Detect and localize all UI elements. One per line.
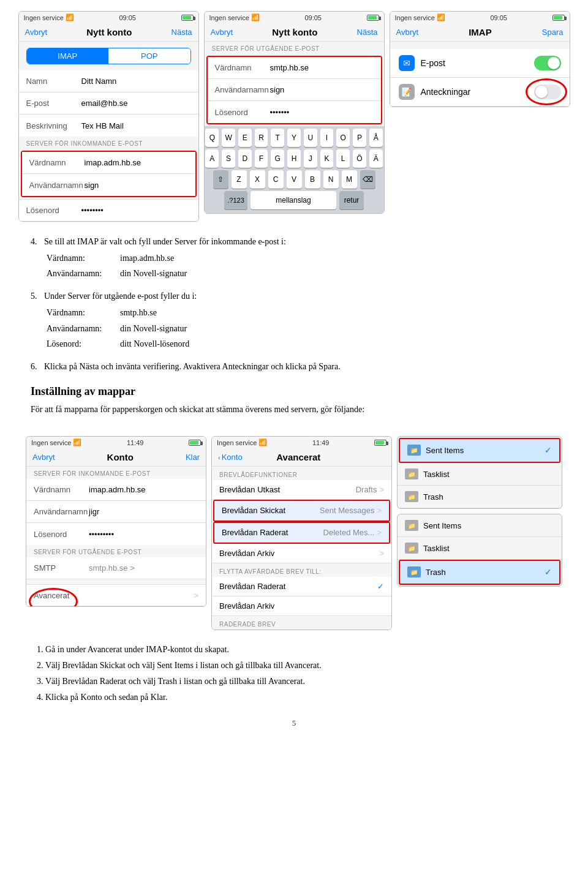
step-4-row-0: Värdnamn: imap.adm.hb.se bbox=[44, 250, 191, 266]
keyboard-row-1: Q W E R T Y U I O P Å bbox=[206, 129, 383, 147]
title-k: Konto bbox=[107, 452, 134, 462]
key-h[interactable]: H bbox=[287, 149, 301, 168]
key-o[interactable]: O bbox=[336, 129, 350, 147]
folder-label-tr-1: Trash bbox=[423, 492, 443, 502]
key-c[interactable]: C bbox=[268, 170, 284, 189]
key-num[interactable]: .?123 bbox=[224, 191, 247, 209]
k-avancerat-label: Avancerat bbox=[34, 591, 89, 600]
key-s[interactable]: S bbox=[222, 149, 235, 168]
next-button-2[interactable]: Nästa bbox=[357, 28, 378, 37]
label-vardnamn-in: Värdnamn bbox=[29, 158, 85, 167]
wifi-av: 📶 bbox=[258, 438, 267, 446]
time-av: 11:49 bbox=[312, 439, 330, 446]
step-4-key-0: Värdnamn: bbox=[44, 250, 118, 266]
nav-bar-3: Avbryt IMAP Spara bbox=[390, 23, 570, 42]
next-button-1[interactable]: Nästa bbox=[172, 28, 192, 37]
cancel-button-3[interactable]: Avbryt bbox=[396, 28, 419, 37]
av-arkiv-lbl: Brevlådan Arkiv bbox=[219, 549, 377, 558]
sl-k: Ingen service 📶 bbox=[31, 438, 81, 446]
form-row-epost: E-post email@hb.se bbox=[19, 92, 198, 115]
key-l[interactable]: L bbox=[336, 149, 350, 168]
key-r[interactable]: R bbox=[255, 129, 268, 147]
av-flytta-rad-lbl: Brevlådan Raderat bbox=[219, 582, 377, 591]
key-a[interactable]: A bbox=[205, 149, 219, 168]
key-y[interactable]: Y bbox=[287, 129, 301, 147]
key-o-umlaut[interactable]: Ö bbox=[353, 149, 366, 168]
key-d[interactable]: D bbox=[238, 149, 252, 168]
key-g[interactable]: G bbox=[271, 149, 284, 168]
step-4-sub: Värdnamn: imap.adm.hb.se Användarnamn: d… bbox=[44, 250, 557, 281]
key-b[interactable]: B bbox=[305, 170, 320, 189]
key-a-ring[interactable]: Å bbox=[369, 129, 383, 147]
key-x[interactable]: X bbox=[250, 170, 265, 189]
step-5-key-1: Användarnamn: bbox=[44, 321, 118, 336]
key-u[interactable]: U bbox=[304, 129, 317, 147]
key-return[interactable]: retur bbox=[339, 191, 364, 209]
basic-form: Namn Ditt Namn E-post email@hb.se Beskri… bbox=[19, 70, 198, 137]
key-k[interactable]: K bbox=[320, 149, 334, 168]
key-m[interactable]: M bbox=[342, 170, 357, 189]
step-5-table: Värdnamn: smtp.hb.se Användarnamn: din N… bbox=[44, 305, 192, 352]
wifi-icon-1: 📶 bbox=[66, 13, 74, 21]
cancel-k[interactable]: Avbryt bbox=[32, 453, 55, 462]
step-b-4: Klicka på Konto och sedan på Klar. bbox=[45, 690, 557, 705]
anteckningar-toggle[interactable] bbox=[534, 85, 561, 99]
section2-intro: För att få mapparna för papperskorgen oc… bbox=[31, 403, 557, 416]
segment-control[interactable]: IMAP POP bbox=[26, 48, 191, 64]
key-t[interactable]: T bbox=[271, 129, 284, 147]
k-val-0: imap.adm.hb.se bbox=[89, 485, 198, 494]
folder-tasklist-1[interactable]: 📁 Tasklist bbox=[398, 463, 562, 486]
back-av[interactable]: ‹ Konto bbox=[218, 453, 243, 462]
k-smtp-label: SMTP bbox=[34, 563, 89, 573]
epost-toggle[interactable] bbox=[534, 56, 561, 70]
seg-imap[interactable]: IMAP bbox=[27, 48, 109, 64]
cancel-button-2[interactable]: Avbryt bbox=[211, 28, 233, 37]
battery-icon-3 bbox=[552, 15, 565, 21]
seg-pop[interactable]: POP bbox=[108, 48, 190, 64]
k-avancerat-arrow: > bbox=[194, 591, 198, 600]
folder-trash-1[interactable]: 📁 Trash bbox=[398, 486, 562, 508]
status-right-2 bbox=[367, 15, 379, 21]
value-beskr: Tex HB Mail bbox=[81, 121, 191, 130]
key-f[interactable]: F bbox=[255, 149, 268, 168]
av-raderat-lbl: Brevlådan Raderat bbox=[222, 528, 323, 537]
key-q[interactable]: Q bbox=[205, 129, 219, 147]
key-z[interactable]: Z bbox=[232, 170, 247, 189]
key-p[interactable]: P bbox=[353, 129, 366, 147]
battery-icon-1 bbox=[181, 15, 194, 21]
form-row-pwd-out: Lösenord ••••••• bbox=[208, 101, 381, 123]
folder-trash-2[interactable]: 📁 Trash ✓ bbox=[400, 561, 559, 584]
folder-sent-2[interactable]: 📁 Sent Items bbox=[398, 514, 562, 537]
cancel-button-1[interactable]: Avbryt bbox=[25, 28, 48, 37]
av-arkiv-arr: > bbox=[379, 549, 384, 558]
time-k: 11:49 bbox=[127, 439, 144, 446]
k-label-0: Värdnamn bbox=[34, 485, 89, 494]
key-v[interactable]: V bbox=[287, 170, 302, 189]
keyboard[interactable]: Q W E R T Y U I O P Å A S D F G H J K bbox=[205, 126, 384, 213]
key-a-umlaut[interactable]: Ä bbox=[369, 149, 383, 168]
save-button-3[interactable]: Spara bbox=[542, 28, 564, 37]
key-n[interactable]: N bbox=[323, 170, 339, 189]
folder-tasklist-2[interactable]: 📁 Tasklist bbox=[398, 537, 562, 560]
key-i[interactable]: I bbox=[320, 129, 334, 147]
key-shift[interactable]: ⇧ bbox=[213, 170, 228, 189]
epost-knob bbox=[548, 57, 560, 69]
step-5-num: 5. bbox=[31, 291, 40, 301]
key-delete[interactable]: ⌫ bbox=[360, 170, 375, 189]
status-bar-k: Ingen service 📶 11:49 bbox=[26, 437, 206, 448]
key-space[interactable]: mellanslag bbox=[251, 191, 336, 209]
save-k[interactable]: Klar bbox=[186, 453, 200, 462]
key-j[interactable]: J bbox=[304, 149, 317, 168]
step-4-line: 4. Se till att IMAP är valt och fyll und… bbox=[31, 235, 557, 248]
service-label-3: Ingen service bbox=[395, 14, 435, 21]
key-w[interactable]: W bbox=[222, 129, 235, 147]
k-label-2: Lösenord bbox=[34, 530, 89, 539]
k-avancerat-row[interactable]: Avancerat > bbox=[26, 584, 206, 606]
step-5-row-2: Lösenord: ditt Novell-lösenord bbox=[44, 336, 192, 352]
av-raderat-highlight: Brevlådan Raderat Deleted Mes... > bbox=[213, 522, 390, 544]
steps-list: Gå in under Avancerat under IMAP-kontot … bbox=[31, 642, 557, 704]
form-row-name: Namn Ditt Namn bbox=[19, 70, 198, 92]
wifi-k: 📶 bbox=[73, 438, 81, 446]
key-e[interactable]: E bbox=[238, 129, 252, 147]
folder-sent-1[interactable]: 📁 Sent Items ✓ bbox=[400, 439, 559, 462]
